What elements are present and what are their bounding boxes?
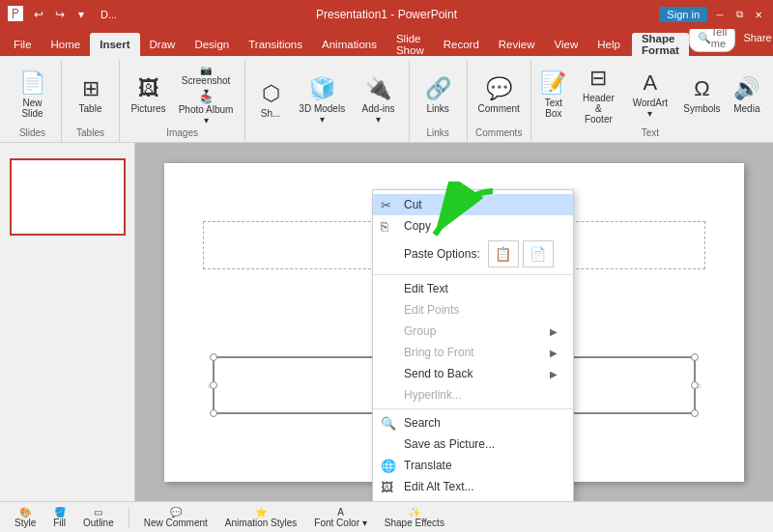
- links-button[interactable]: 🔗 Links: [418, 66, 458, 124]
- window-controls: Sign in ─ ⧉ ✕: [659, 7, 765, 22]
- paste-option-2[interactable]: 📄: [523, 240, 554, 267]
- group-arrow: ▶: [550, 326, 558, 337]
- tab-home[interactable]: Home: [42, 33, 91, 56]
- ribbon-group-slides: 📄 NewSlide Slides: [4, 60, 62, 142]
- ctx-separator-1: [373, 274, 573, 275]
- resize-handle-bl[interactable]: [210, 409, 217, 417]
- title-bar: 🅿 ↩ ↪ ▾ D... Presentation1 - PowerPoint …: [0, 0, 773, 29]
- shapes-button[interactable]: ⬡ Sh...: [251, 71, 290, 129]
- ctx-hyperlink: Hyperlink...: [373, 384, 573, 406]
- customize-qa-button[interactable]: ▾: [72, 5, 91, 24]
- ctx-translate[interactable]: 🌐 Translate: [373, 455, 573, 476]
- undo-button[interactable]: ↩: [29, 5, 48, 24]
- animation-styles-icon: ⭐: [255, 507, 267, 518]
- shape-toolbar: 🎨 Style 🪣 Fill ▭ Outline 💬 New Comment ⭐…: [0, 501, 773, 532]
- text-group-items: 📝 TextBox ⊟ Header& Footer A WordArt ▾ Ω…: [534, 62, 766, 127]
- tab-help[interactable]: Help: [587, 33, 630, 56]
- tab-draw[interactable]: Draw: [140, 33, 186, 56]
- pictures-label: Pictures: [130, 103, 165, 114]
- resize-handle-ml[interactable]: [210, 381, 217, 389]
- restore-button[interactable]: ⧉: [732, 8, 746, 21]
- ctx-send-to-back-label: Send to Back: [404, 367, 472, 380]
- wordart-icon: A: [644, 70, 658, 96]
- resize-handle-br[interactable]: [691, 409, 699, 417]
- tab-view[interactable]: View: [545, 33, 588, 56]
- ctx-bring-to-front-label: Bring to Front: [404, 346, 474, 359]
- photo-album-button[interactable]: 📚 Photo Album ▾: [173, 96, 239, 123]
- style-button[interactable]: 🎨 Style: [8, 504, 43, 531]
- ctx-translate-label: Translate: [404, 459, 452, 472]
- screenshot-button[interactable]: 📷 Screenshot ▾: [173, 67, 239, 94]
- fill-button[interactable]: 🪣 Fill: [46, 504, 72, 531]
- ctx-copy[interactable]: ⎘ Copy: [373, 215, 573, 237]
- minimize-button[interactable]: ─: [713, 8, 727, 21]
- ctx-send-to-back[interactable]: Send to Back ▶: [373, 363, 573, 384]
- resize-handle-tl[interactable]: [210, 353, 217, 361]
- share-button[interactable]: Share: [743, 32, 771, 43]
- ctx-search[interactable]: 🔍 Search: [373, 412, 573, 434]
- redo-button[interactable]: ↪: [50, 5, 70, 24]
- shape-effects-button[interactable]: ✨ Shape Effects: [378, 504, 451, 531]
- ctx-edit-points-label: Edit Points: [404, 303, 459, 317]
- header-footer-button[interactable]: ⊟ Header& Footer: [575, 66, 622, 124]
- tab-review[interactable]: Review: [489, 33, 545, 56]
- ctx-cut-label: Cut: [404, 198, 422, 211]
- tab-record[interactable]: Record: [434, 33, 489, 56]
- comments-group-items: 💬 Comment: [472, 62, 527, 127]
- table-button[interactable]: ⊞ Table: [72, 66, 110, 124]
- translate-icon: 🌐: [381, 459, 396, 473]
- ctx-group: Group ▶: [373, 321, 573, 342]
- ctx-copy-label: Copy: [404, 219, 431, 233]
- 3d-models-icon: 🧊: [309, 76, 335, 101]
- photo-album-label: Photo Album ▾: [178, 104, 234, 126]
- ctx-size-and-position[interactable]: ⤢ Size and Position...: [373, 497, 573, 501]
- ribbon-group-tables: ⊞ Table Tables: [62, 60, 120, 142]
- addins-button[interactable]: 🔌 Add-ins ▾: [354, 71, 402, 129]
- tables-group-label: Tables: [76, 127, 104, 140]
- outline-icon: ▭: [94, 507, 102, 518]
- tab-file[interactable]: File: [4, 33, 42, 56]
- ctx-edit-alt-text[interactable]: 🖼 Edit Alt Text...: [373, 476, 573, 497]
- resize-handle-tr[interactable]: [691, 353, 699, 361]
- textbox-button[interactable]: 📝 TextBox: [534, 66, 573, 124]
- symbols-button[interactable]: Ω Symbols: [678, 66, 726, 124]
- close-button[interactable]: ✕: [752, 8, 765, 21]
- tell-me-label: Tell me: [711, 26, 728, 49]
- slide-thumbnail-container: 1: [4, 158, 130, 236]
- ctx-edit-points: Edit Points: [373, 299, 573, 321]
- comment-button[interactable]: 💬 Comment: [472, 66, 527, 124]
- tab-animations[interactable]: Animations: [312, 33, 386, 56]
- tab-slideshow[interactable]: Slide Show: [386, 33, 434, 56]
- outline-label: Outline: [83, 518, 114, 528]
- ctx-save-as-picture[interactable]: Save as Picture...: [373, 434, 573, 455]
- tab-design[interactable]: Design: [185, 33, 239, 56]
- shape-effects-icon: ✨: [409, 507, 420, 518]
- paste-option-1[interactable]: 📋: [488, 240, 519, 267]
- 3d-models-button[interactable]: 🧊 3D Models ▾: [292, 71, 352, 129]
- links-icon: 🔗: [425, 76, 451, 101]
- wordart-button[interactable]: A WordArt ▾: [624, 66, 676, 124]
- tab-shape-format[interactable]: Shape Format: [632, 33, 689, 56]
- links-group-items: 🔗 Links: [418, 62, 458, 127]
- resize-handle-mr[interactable]: [691, 381, 699, 389]
- bring-to-front-arrow: ▶: [550, 348, 558, 358]
- media-button[interactable]: 🔊 Media: [728, 66, 766, 124]
- style-icon: 🎨: [19, 507, 31, 518]
- slides-group-items: 📄 NewSlide: [13, 62, 52, 127]
- ctx-cut[interactable]: ✂ Cut: [373, 194, 573, 215]
- 3d-models-label: 3D Models ▾: [299, 103, 345, 125]
- sign-in-button[interactable]: Sign in: [659, 7, 707, 22]
- ctx-edit-text[interactable]: Edit Text: [373, 278, 573, 299]
- tab-insert[interactable]: Insert: [90, 33, 139, 56]
- font-color-button[interactable]: A Font Color ▾: [307, 504, 373, 531]
- new-comment-tb-button[interactable]: 💬 New Comment: [137, 504, 215, 531]
- symbols-label: Symbols: [683, 103, 720, 114]
- new-slide-label: NewSlide: [21, 98, 43, 119]
- pictures-button[interactable]: 🖼 Pictures: [126, 66, 171, 124]
- new-slide-button[interactable]: 📄 NewSlide: [13, 66, 52, 124]
- ctx-edit-alt-text-label: Edit Alt Text...: [404, 480, 473, 493]
- tab-transitions[interactable]: Transitions: [239, 33, 312, 56]
- animation-styles-button[interactable]: ⭐ Animation Styles: [218, 504, 303, 531]
- outline-button[interactable]: ▭ Outline: [76, 504, 121, 531]
- slide-thumbnail[interactable]: [10, 158, 126, 236]
